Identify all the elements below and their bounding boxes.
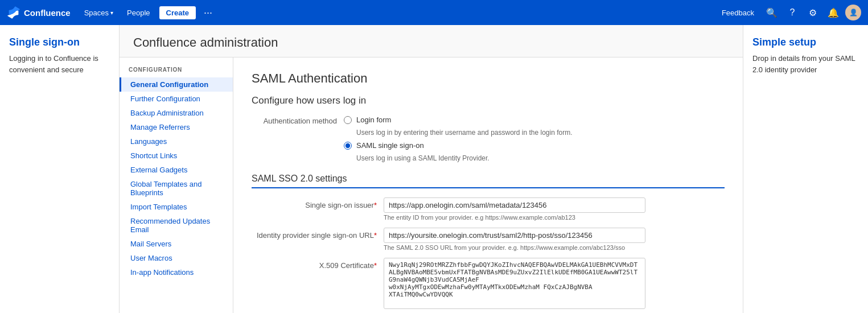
main-area: Confluence administration CONFIGURATION … bbox=[120, 25, 868, 313]
nav-item-global-templates[interactable]: Global Templates and Blueprints bbox=[120, 177, 233, 200]
notifications-icon[interactable]: 🔔 bbox=[825, 4, 842, 21]
nav-item-further-configuration[interactable]: Further Configuration bbox=[120, 92, 233, 106]
login-form-desc: Users log in by entering their username … bbox=[356, 129, 573, 137]
nav-icons: 🔍 ? ⚙ 🔔 👤 bbox=[763, 4, 861, 21]
article-sidebar: Single sign-on Logging in to Confluence … bbox=[0, 25, 120, 313]
settings-icon[interactable]: ⚙ bbox=[804, 4, 821, 21]
nav-item-backup-administration[interactable]: Backup Administration bbox=[120, 106, 233, 120]
idp-url-row: Identity provider single sign-on URL* Th… bbox=[252, 228, 725, 251]
admin-panel: Confluence administration CONFIGURATION … bbox=[120, 25, 743, 313]
create-button[interactable]: Create bbox=[159, 6, 196, 19]
required-marker-2: * bbox=[374, 231, 377, 240]
cert-wrap: Nwy1RqNj29ROtMRZZhfbbFgwDQYJKoZIhvcNAQEF… bbox=[384, 258, 645, 311]
required-marker-3: * bbox=[374, 261, 377, 270]
nav-item-recommended-updates[interactable]: Recommended Updates Email bbox=[120, 214, 233, 237]
nav-item-user-macros[interactable]: User Macros bbox=[120, 251, 233, 265]
sso-issuer-label: Single sign-on issuer* bbox=[252, 197, 377, 209]
admin-header: Confluence administration bbox=[120, 25, 743, 57]
auth-method-label: Authentication method bbox=[252, 116, 337, 125]
admin-left-nav: CONFIGURATION General Configuration Furt… bbox=[120, 57, 233, 313]
saml-sso-radio[interactable] bbox=[344, 142, 352, 150]
login-form-radio[interactable] bbox=[344, 116, 352, 124]
right-panel-title: Simple setup bbox=[752, 36, 859, 48]
search-icon[interactable]: 🔍 bbox=[763, 4, 780, 21]
saml-sso-desc: Users log in using a SAML Identity Provi… bbox=[356, 154, 573, 162]
idp-url-hint: The SAML 2.0 SSO URL from your provider.… bbox=[384, 244, 645, 251]
confluence-logo[interactable]: Confluence bbox=[7, 6, 71, 19]
user-avatar[interactable]: 👤 bbox=[845, 5, 861, 20]
nav-item-shortcut-links[interactable]: Shortcut Links bbox=[120, 149, 233, 163]
sso-issuer-wrap: The entity ID from your provider. e.g ht… bbox=[384, 197, 645, 221]
idp-url-label: Identity provider single sign-on URL* bbox=[252, 228, 377, 240]
page-subtitle: Configure how users log in bbox=[252, 95, 725, 106]
login-form-label: Login form bbox=[356, 116, 391, 124]
saml-section-title: SAML SSO 2.0 settings bbox=[252, 174, 725, 188]
admin-body: CONFIGURATION General Configuration Furt… bbox=[120, 57, 743, 313]
sso-issuer-row: Single sign-on issuer* The entity ID fro… bbox=[252, 197, 725, 221]
nav-item-manage-referrers[interactable]: Manage Referrers bbox=[120, 120, 233, 134]
saml-sso-label: SAML single sign-on bbox=[356, 141, 424, 150]
sso-issuer-hint: The entity ID from your provider. e.g ht… bbox=[384, 214, 645, 221]
nav-item-general-configuration[interactable]: General Configuration bbox=[120, 77, 233, 92]
spaces-chevron-icon: ▾ bbox=[110, 10, 113, 16]
nav-item-mail-servers[interactable]: Mail Servers bbox=[120, 237, 233, 251]
article-body: Logging in to Confluence is convenient a… bbox=[9, 53, 110, 75]
auth-option-login-form: Login form bbox=[344, 116, 573, 124]
nav-item-import-templates[interactable]: Import Templates bbox=[120, 200, 233, 214]
admin-header-title: Confluence administration bbox=[133, 35, 729, 50]
cert-textarea[interactable]: Nwy1RqNj29ROtMRZZhfbbFgwDQYJKoZIhvcNAQEF… bbox=[384, 258, 645, 309]
nav-item-external-gadgets[interactable]: External Gadgets bbox=[120, 163, 233, 177]
feedback-link[interactable]: Feedback bbox=[717, 6, 759, 19]
cert-row: X.509 Certificate* Nwy1RqNj29ROtMRZZhfbb… bbox=[252, 258, 725, 311]
auth-option-saml: SAML single sign-on bbox=[344, 141, 573, 150]
people-link[interactable]: People bbox=[122, 6, 154, 19]
cert-label: X.509 Certificate* bbox=[252, 258, 377, 270]
help-icon[interactable]: ? bbox=[784, 4, 801, 21]
article-title: Single sign-on bbox=[9, 36, 110, 48]
page-title: SAML Authentication bbox=[252, 71, 725, 86]
nav-item-languages[interactable]: Languages bbox=[120, 134, 233, 149]
auth-options: Login form Users log in by entering thei… bbox=[344, 116, 573, 162]
idp-url-wrap: The SAML 2.0 SSO URL from your provider.… bbox=[384, 228, 645, 251]
top-navigation: Confluence Spaces ▾ People Create ··· Fe… bbox=[0, 0, 868, 25]
logo-text: Confluence bbox=[24, 8, 71, 18]
required-marker: * bbox=[374, 201, 377, 209]
auth-method-row: Authentication method Login form Users l… bbox=[252, 116, 725, 162]
nav-item-inapp-notifications[interactable]: In-app Notifications bbox=[120, 265, 233, 279]
right-sidebar: Simple setup Drop in details from your S… bbox=[743, 25, 868, 313]
content-area: SAML Authentication Configure how users … bbox=[233, 57, 743, 313]
sso-issuer-input[interactable] bbox=[384, 197, 645, 213]
right-panel-body: Drop in details from your SAML 2.0 ident… bbox=[752, 53, 859, 75]
nav-section-label: CONFIGURATION bbox=[120, 67, 233, 77]
more-button[interactable]: ··· bbox=[200, 6, 216, 20]
idp-url-input[interactable] bbox=[384, 228, 645, 243]
spaces-menu[interactable]: Spaces ▾ bbox=[80, 6, 118, 19]
